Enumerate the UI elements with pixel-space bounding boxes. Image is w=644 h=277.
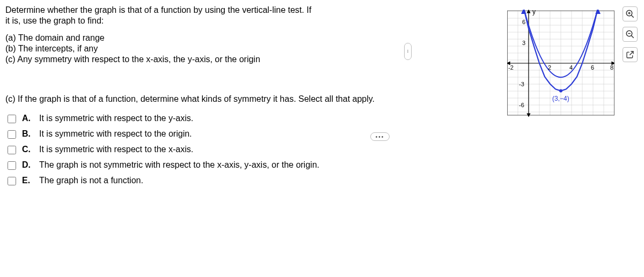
subparts: (a) The domain and range (b) The interce… [5,33,413,64]
option-c-row: C. It is symmetric with respect to the x… [5,145,413,156]
option-c-letter: C. [22,145,32,154]
option-a-letter: A. [22,114,32,123]
xtick-p4: 4 [569,64,573,71]
question-content: Determine whether the graph is that of a… [0,0,419,196]
option-a-checkbox[interactable] [8,115,16,123]
subpart-b: (b) The intercepts, if any [5,44,413,54]
xtick-p6: 6 [591,64,594,71]
question-c-text: (c) If the graph is that of a function, … [5,94,413,104]
option-d-checkbox[interactable] [8,161,16,170]
expand-side-button[interactable]: ··· [404,43,412,60]
option-d-text: The graph is not symmetric with respect … [39,160,319,170]
option-b-row: B. It is symmetric with respect to the o… [5,129,413,140]
y-axis-label: y [532,10,536,16]
graph-figure: -2 2 4 6 8 6 3 -3 -6 y x (3,−4) [507,10,614,117]
option-b-letter: B. [22,129,32,139]
expand-mid-button[interactable]: ••• [370,132,390,141]
ytick-p6: 6 [522,19,525,25]
xtick-n2: -2 [508,64,514,71]
xtick-p8: 8 [610,64,613,71]
svg-marker-32 [595,10,601,14]
options-group: A. It is symmetric with respect to the y… [5,114,413,187]
open-external-button[interactable] [623,47,638,62]
zoom-in-button[interactable] [623,6,638,21]
prompt-line-2: it is, use the graph to find: [5,16,413,26]
ytick-n6: -6 [519,102,524,108]
zoom-out-button[interactable] [623,27,638,42]
option-e-row: E. The graph is not a function. [5,176,413,187]
prompt-line-1: Determine whether the graph is that of a… [5,5,413,15]
option-e-checkbox[interactable] [8,177,16,185]
option-b-text: It is symmetric with respect to the orig… [39,129,192,139]
svg-line-39 [631,35,634,38]
svg-line-35 [631,15,634,18]
subpart-c: (c) Any symmetry with respect to the x-a… [5,55,413,64]
vertex-label: (3,−4) [552,95,569,102]
xtick-p2: 2 [548,64,551,71]
ytick-n3: -3 [519,81,524,87]
svg-line-41 [630,51,633,55]
option-d-row: D. The graph is not symmetric with respe… [5,160,413,171]
option-a-text: It is symmetric with respect to the y-ax… [39,114,193,123]
option-d-letter: D. [22,160,32,170]
option-c-checkbox[interactable] [8,146,16,154]
option-a-row: A. It is symmetric with respect to the y… [5,114,413,125]
svg-marker-31 [521,10,526,14]
subpart-a: (a) The domain and range [5,33,413,43]
option-e-letter: E. [22,176,32,185]
option-b-checkbox[interactable] [8,130,16,139]
option-e-text: The graph is not a function. [39,176,143,185]
option-c-text: It is symmetric with respect to the x-ax… [39,145,193,154]
ytick-p3: 3 [522,40,525,46]
svg-point-33 [559,89,562,93]
graph-tools [621,6,639,62]
